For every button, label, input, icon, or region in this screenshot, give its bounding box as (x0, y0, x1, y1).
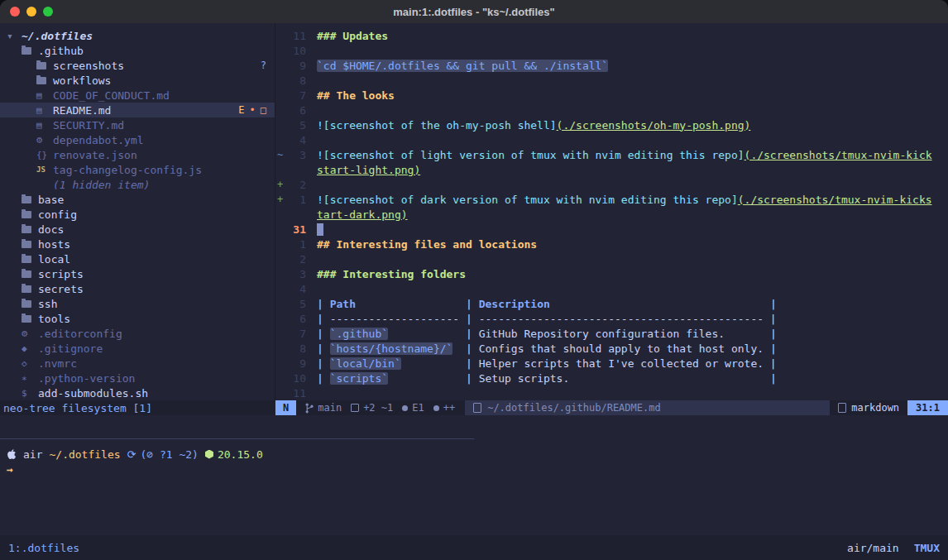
tree-item-renovate-json[interactable]: {}renovate.json (0, 147, 275, 162)
editor-line[interactable]: 9| `local/bin` | Helper scripts that I'v… (275, 356, 948, 371)
tree-item-workflows[interactable]: workflows (0, 73, 275, 88)
editor-line[interactable]: 8| `hosts/{hostname}/` | Configs that sh… (275, 341, 948, 356)
tree-item-docs[interactable]: docs (0, 222, 275, 237)
close-button[interactable] (10, 7, 20, 17)
shell-prompt: air ~/.dotfiles ⟳ (⊘ ?1 ~2) 20.15.0 (0, 447, 948, 462)
shell-script-icon: $ (22, 388, 36, 399)
tree-item-python-version[interactable]: ∗.python-version (0, 371, 275, 385)
tree-item-dependabot-yml[interactable]: ⚙dependabot.yml (0, 132, 275, 147)
line-content: ## The looks (317, 89, 395, 102)
tmux-status-right: air/main TMUX (847, 542, 940, 554)
line-number: 2 (285, 179, 306, 191)
tree-item-marks: ? (261, 60, 266, 71)
tree-item-nvmrc[interactable]: ◇.nvmrc (0, 356, 275, 371)
editor-line[interactable]: start-light.png) (275, 162, 948, 177)
tree-item-local[interactable]: local (0, 251, 275, 266)
tree-item-screenshots[interactable]: screenshots? (0, 58, 275, 73)
minimize-button[interactable] (26, 7, 36, 17)
text-segment: | (764, 342, 777, 355)
tree-item-readme-md[interactable]: ▤README.mdE•□ (0, 103, 275, 117)
tree-item-editorconfig[interactable]: ⚙.editorconfig (0, 326, 275, 341)
editor-line[interactable]: 4 (275, 281, 948, 296)
tree-item-security-md[interactable]: ▤SECURITY.md (0, 117, 275, 132)
tree-item-base[interactable]: base (0, 192, 275, 207)
text-segment: (./screenshots/tmux-nvim-kicks (738, 194, 932, 206)
tmux-window-item[interactable]: 1:.dotfiles (8, 542, 79, 554)
folder-icon (22, 285, 36, 293)
shell-pane[interactable]: air ~/.dotfiles ⟳ (⊘ ?1 ~2) 20.15.0 → (0, 439, 948, 476)
untracked-badge: ? (261, 60, 266, 71)
editor-buffer[interactable]: 11### Updates109`cd $HOME/.dotfiles && g… (275, 23, 948, 400)
editor-line[interactable]: 11 (275, 385, 948, 400)
folder-shape (22, 211, 31, 218)
editor-line[interactable]: 5| Path | Description | (275, 296, 948, 311)
editor-line[interactable]: +2 (275, 177, 948, 192)
editor-line[interactable]: 11### Updates (275, 28, 948, 43)
editor-line[interactable]: 8 (275, 73, 948, 88)
tree-item-code-of-conduct-md[interactable]: ▤CODE_OF_CONDUCT.md (0, 88, 275, 103)
apple-icon (7, 448, 17, 460)
git-diff-segment: +2 ~1 (351, 402, 393, 414)
editor-line[interactable]: tart-dark.png) (275, 207, 948, 222)
editor-line[interactable]: 4 (275, 132, 948, 147)
tree-item-gitignore[interactable]: ◆.gitignore (0, 341, 275, 356)
error-badge: E (238, 104, 244, 116)
text-segment: ### Interesting folders (317, 268, 466, 280)
line-content: | Path | Description | (317, 298, 777, 310)
statusline: N main +2 ~1 E1 ++ (275, 400, 948, 415)
tree-item-label: secrets (38, 283, 84, 295)
tree-item-ssh[interactable]: ssh (0, 296, 275, 311)
editor-line[interactable]: 7| `.github` | GitHub Repository configu… (275, 326, 948, 341)
editor-line[interactable]: 9`cd $HOME/.dotfiles && git pull && ./in… (275, 58, 948, 73)
tree-item-github[interactable]: .github (0, 43, 275, 58)
text-segment: | (550, 298, 777, 310)
line-content: start-light.png) (317, 164, 420, 176)
folder-shape (22, 241, 31, 248)
markdown-icon (838, 403, 846, 413)
text-segment: Helper scripts that I've collected or wr… (479, 357, 764, 370)
tree-item-dotfiles[interactable]: ▾~/.dotfiles (0, 28, 275, 43)
tree-item-1-hidden-item[interactable]: (1 hidden item) (0, 177, 275, 192)
traffic-lights (10, 0, 53, 23)
zoom-button[interactable] (43, 7, 53, 17)
line-number: 5 (285, 298, 306, 310)
editor-line[interactable]: 10 (275, 43, 948, 58)
editor-line[interactable]: 10| `scripts` | Setup scripts. | (275, 371, 948, 385)
tree-item-add-submodules-sh[interactable]: $add-submodules.sh (0, 385, 275, 400)
editor-line[interactable]: 6 (275, 103, 948, 117)
tree-item-scripts[interactable]: scripts (0, 266, 275, 281)
editor-line[interactable]: 1## Interesting files and locations (275, 237, 948, 251)
editor-line[interactable]: 3### Interesting folders (275, 266, 948, 281)
editor-line[interactable]: 6| -------------------- | --------------… (275, 311, 948, 326)
diff-counts: +2 ~1 (363, 402, 393, 414)
folder-icon (22, 300, 36, 308)
folder-icon (22, 315, 36, 323)
chevron-down-icon: ▾ (7, 30, 20, 42)
editor-line[interactable]: ~3![screenshot of light version of tmux … (275, 147, 948, 162)
line-content: | `hosts/{hostname}/` | Configs that sho… (317, 342, 777, 355)
editor-line[interactable]: 5![screenshot of the oh-my-posh shell](.… (275, 117, 948, 132)
gitsign-chg-icon: ~ (275, 149, 285, 160)
tree-item-tools[interactable]: tools (0, 311, 275, 326)
text-segment: | (764, 357, 777, 370)
extra-segment: ++ (433, 402, 455, 414)
editor-line[interactable]: +1![screenshot of dark version of tmux w… (275, 192, 948, 207)
line-number: 6 (285, 104, 306, 117)
shell-input-line[interactable]: → (0, 462, 948, 476)
text-segment: | (725, 328, 777, 340)
tree-item-secrets[interactable]: secrets (0, 281, 275, 296)
text-segment: | (317, 357, 330, 370)
line-number: 9 (285, 60, 306, 72)
editor-line[interactable]: 31 (275, 222, 948, 237)
tree-item-hosts[interactable]: hosts (0, 237, 275, 251)
editor-line[interactable]: 2 (275, 251, 948, 266)
plugin-icon (433, 405, 439, 411)
tree-item-tag-changelog-config-js[interactable]: JStag-changelog-config.js (0, 162, 275, 177)
tree-item-label: local (38, 253, 70, 266)
tmux-session-name: air/main (847, 542, 899, 554)
tree-item-config[interactable]: config (0, 207, 275, 222)
tree-item-label: scripts (38, 268, 84, 280)
branch-icon (305, 403, 314, 414)
tree-item-label: tag-changelog-config.js (53, 164, 202, 176)
editor-line[interactable]: 7## The looks (275, 88, 948, 103)
